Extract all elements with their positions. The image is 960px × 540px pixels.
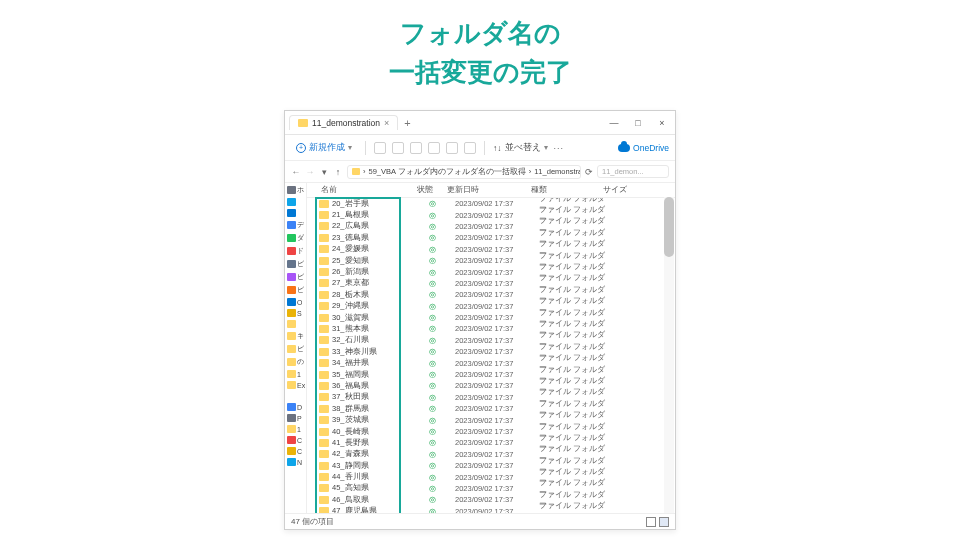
sidebar-item[interactable]: 1_	[285, 370, 306, 378]
view-details-icon[interactable]	[659, 517, 669, 527]
table-row[interactable]: 34_福井県◎2023/09/02 17:37ファイル フォルダー	[307, 357, 675, 368]
table-row[interactable]: 37_秋田県◎2023/09/02 17:37ファイル フォルダー	[307, 392, 675, 403]
table-row[interactable]: 35_福岡県◎2023/09/02 17:37ファイル フォルダー	[307, 369, 675, 380]
sidebar-label: 1	[297, 426, 301, 433]
sidebar-item[interactable]: ダ	[285, 233, 306, 243]
col-status[interactable]: 状態	[417, 185, 447, 195]
search-input[interactable]: 11_demon...	[597, 165, 669, 178]
sidebar-item[interactable]: ビ	[285, 344, 306, 354]
sidebar-item[interactable]	[285, 198, 306, 206]
table-row[interactable]: 39_茨城県◎2023/09/02 17:37ファイル フォルダー	[307, 414, 675, 425]
status-text: 47 個の項目	[291, 516, 334, 527]
close-icon[interactable]: ×	[655, 118, 669, 128]
row-date: 2023/09/02 17:37	[455, 302, 539, 311]
sidebar-icon	[287, 286, 296, 294]
sidebar-item[interactable]: ビ	[285, 259, 306, 269]
folder-icon	[319, 268, 329, 276]
sidebar-item[interactable]: ホ	[285, 185, 306, 195]
table-row[interactable]: 42_青森県◎2023/09/02 17:37ファイル フォルダー	[307, 449, 675, 460]
col-size[interactable]: サイズ	[603, 185, 673, 195]
new-button[interactable]: + 新規作成 ▾	[291, 139, 357, 157]
tab-close-icon[interactable]: ×	[384, 118, 389, 128]
crumb-0[interactable]: 59_VBA フォルダ内のフォルダ名の一括取得	[369, 167, 526, 177]
sidebar-item[interactable]: C	[285, 436, 306, 444]
row-name: 41_長野県	[332, 438, 425, 448]
sidebar-item[interactable]: O	[285, 298, 306, 306]
table-row[interactable]: 45_高知県◎2023/09/02 17:37ファイル フォルダー	[307, 483, 675, 494]
table-row[interactable]: 32_石川県◎2023/09/02 17:37ファイル フォルダー	[307, 335, 675, 346]
refresh-icon[interactable]: ⟳	[585, 167, 593, 177]
sidebar-item[interactable]: デ	[285, 220, 306, 230]
tab-active[interactable]: 11_demonstration ×	[289, 115, 398, 130]
table-row[interactable]: 38_群馬県◎2023/09/02 17:37ファイル フォルダー	[307, 403, 675, 414]
chevron-down-icon[interactable]: ▾	[319, 167, 329, 177]
tab-add-icon[interactable]: +	[404, 117, 410, 129]
table-row[interactable]: 25_愛知県◎2023/09/02 17:37ファイル フォルダー	[307, 255, 675, 266]
table-row[interactable]: 46_鳥取県◎2023/09/02 17:37ファイル フォルダー	[307, 494, 675, 505]
sidebar-item[interactable]: 1	[285, 425, 306, 433]
sidebar-item[interactable]: キ	[285, 331, 306, 341]
table-row[interactable]: 22_広島県◎2023/09/02 17:37ファイル フォルダー	[307, 221, 675, 232]
onedrive-button[interactable]: OneDrive	[618, 143, 669, 153]
sidebar-item[interactable]	[285, 392, 306, 400]
table-row[interactable]: 27_東京都◎2023/09/02 17:37ファイル フォルダー	[307, 278, 675, 289]
sort-icon: ↑↓	[493, 143, 502, 153]
table-row[interactable]: 26_新潟県◎2023/09/02 17:37ファイル フォルダー	[307, 266, 675, 277]
row-name: 22_広島県	[332, 221, 425, 231]
col-type[interactable]: 種類	[531, 185, 603, 195]
sidebar-item[interactable]: D	[285, 403, 306, 411]
view-list-icon[interactable]	[646, 517, 656, 527]
table-row[interactable]: 21_島根県◎2023/09/02 17:37ファイル フォルダー	[307, 209, 675, 220]
rename-icon[interactable]	[428, 142, 440, 154]
col-date[interactable]: 更新日時	[447, 185, 531, 195]
sidebar-item[interactable]: N	[285, 458, 306, 466]
scrollbar[interactable]	[664, 197, 674, 513]
sort-button[interactable]: ↑↓ 並べ替え ▾	[493, 142, 548, 154]
sidebar-item[interactable]: ド	[285, 246, 306, 256]
sidebar-item[interactable]: ビ	[285, 285, 306, 295]
folder-icon	[319, 336, 329, 344]
copy-icon[interactable]	[392, 142, 404, 154]
table-row[interactable]: 47_鹿児島県◎2023/09/02 17:37ファイル フォルダー	[307, 506, 675, 513]
table-row[interactable]: 44_香川県◎2023/09/02 17:37ファイル フォルダー	[307, 471, 675, 482]
table-row[interactable]: 30_滋賀県◎2023/09/02 17:37ファイル フォルダー	[307, 312, 675, 323]
scrollbar-thumb[interactable]	[664, 197, 674, 257]
sidebar-item[interactable]: Ex	[285, 381, 306, 389]
crumb-1[interactable]: 11_demonstration	[534, 167, 581, 176]
delete-icon[interactable]	[464, 142, 476, 154]
minimize-icon[interactable]: —	[607, 118, 621, 128]
table-row[interactable]: 23_徳島県◎2023/09/02 17:37ファイル フォルダー	[307, 232, 675, 243]
file-list: 名前 状態 更新日時 種類 サイズ 20_岩手県◎2023/09/02 17:3…	[307, 183, 675, 513]
folder-icon	[319, 416, 329, 424]
paste-icon[interactable]	[410, 142, 422, 154]
table-row[interactable]: 31_熊本県◎2023/09/02 17:37ファイル フォルダー	[307, 323, 675, 334]
table-row[interactable]: 24_愛媛県◎2023/09/02 17:37ファイル フォルダー	[307, 244, 675, 255]
row-status: ◎	[425, 336, 455, 345]
table-row[interactable]: 20_岩手県◎2023/09/02 17:37ファイル フォルダー	[307, 198, 675, 209]
more-icon[interactable]: ···	[554, 143, 565, 153]
table-row[interactable]: 29_沖縄県◎2023/09/02 17:37ファイル フォルダー	[307, 301, 675, 312]
sidebar-item[interactable]: の	[285, 357, 306, 367]
breadcrumb[interactable]: › 59_VBA フォルダ内のフォルダ名の一括取得 › 11_demonstra…	[347, 165, 581, 179]
sidebar-item[interactable]	[285, 209, 306, 217]
table-row[interactable]: 36_福島県◎2023/09/02 17:37ファイル フォルダー	[307, 380, 675, 391]
sidebar-item[interactable]	[285, 320, 306, 328]
table-row[interactable]: 40_長崎県◎2023/09/02 17:37ファイル フォルダー	[307, 426, 675, 437]
sidebar-item[interactable]: C	[285, 447, 306, 455]
table-row[interactable]: 43_静岡県◎2023/09/02 17:37ファイル フォルダー	[307, 460, 675, 471]
up-icon[interactable]: ↑	[333, 167, 343, 177]
share-icon[interactable]	[446, 142, 458, 154]
table-row[interactable]: 33_神奈川県◎2023/09/02 17:37ファイル フォルダー	[307, 346, 675, 357]
row-name: 30_滋賀県	[332, 313, 425, 323]
maximize-icon[interactable]: □	[631, 118, 645, 128]
sidebar-item[interactable]: ビ	[285, 272, 306, 282]
row-date: 2023/09/02 17:37	[455, 370, 539, 379]
back-icon[interactable]: ←	[291, 167, 301, 177]
table-row[interactable]: 41_長野県◎2023/09/02 17:37ファイル フォルダー	[307, 437, 675, 448]
col-name[interactable]: 名前	[309, 185, 417, 195]
cut-icon[interactable]	[374, 142, 386, 154]
sidebar-item[interactable]: P	[285, 414, 306, 422]
sidebar-item[interactable]: S	[285, 309, 306, 317]
forward-icon[interactable]: →	[305, 167, 315, 177]
table-row[interactable]: 28_栃木県◎2023/09/02 17:37ファイル フォルダー	[307, 289, 675, 300]
